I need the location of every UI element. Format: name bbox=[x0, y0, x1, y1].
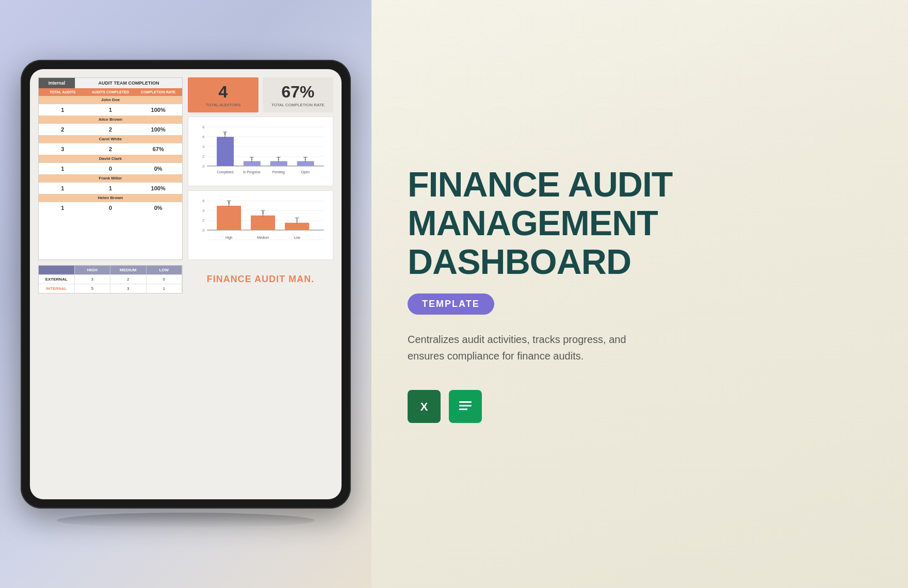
person-total: 1 bbox=[39, 183, 87, 194]
person-data-row: 100% bbox=[39, 202, 182, 214]
svg-text:2: 2 bbox=[202, 218, 204, 223]
priority-table: HIGH MEDIUM LOW EXTERNAL 3 2 0 bbox=[38, 265, 183, 293]
person-completed: 1 bbox=[87, 104, 135, 116]
external-low: 0 bbox=[147, 275, 183, 284]
tablet-screen: Internal AUDIT TEAM COMPLETION TOTAL AUD… bbox=[30, 69, 342, 499]
audit-team-header: AUDIT TEAM COMPLETION bbox=[75, 78, 182, 88]
stat-boxes: 4 TOTAL AUDITORS 67% TOTAL COMPLETION RA… bbox=[188, 77, 333, 112]
person-completed: 2 bbox=[87, 143, 135, 155]
svg-rect-26 bbox=[297, 161, 314, 166]
internal-medium: 3 bbox=[110, 284, 147, 293]
svg-text:Medium: Medium bbox=[257, 236, 269, 239]
dashboard-bottom: HIGH MEDIUM LOW EXTERNAL 3 2 0 bbox=[38, 265, 333, 293]
svg-text:X: X bbox=[420, 400, 428, 413]
person-name-row: Carol White bbox=[39, 135, 182, 143]
person-name-row: Helen Brown bbox=[39, 194, 182, 202]
total-auditors-label: TOTAL AUDITORS bbox=[193, 103, 253, 107]
excel-icon[interactable]: X bbox=[408, 390, 441, 423]
bottom-right: FINANCE AUDIT MAN. bbox=[188, 265, 333, 293]
audit-team-table: Internal AUDIT TEAM COMPLETION TOTAL AUD… bbox=[38, 77, 183, 260]
col-rate-header: COMPLETION RATE bbox=[134, 88, 182, 96]
person-rate: 0% bbox=[134, 163, 182, 174]
right-panel: FINANCE AUDIT MANAGEMENT DASHBOARD TEMPL… bbox=[371, 0, 908, 588]
stats-section: 4 TOTAL AUDITORS 67% TOTAL COMPLETION RA… bbox=[188, 77, 333, 260]
external-label: EXTERNAL bbox=[39, 275, 75, 284]
completion-label: TOTAL COMPLETION RATE bbox=[268, 103, 328, 107]
title-line1: FINANCE AUDIT bbox=[408, 165, 872, 204]
internal-low: 1 bbox=[147, 284, 183, 293]
title-line2: MANAGEMENT bbox=[408, 204, 872, 242]
svg-text:High: High bbox=[225, 236, 233, 240]
internal-label: INTERNAL bbox=[39, 284, 75, 293]
person-rate: 0% bbox=[134, 202, 182, 214]
external-row: EXTERNAL 3 2 0 bbox=[39, 274, 182, 284]
person-data-row: 22100% bbox=[39, 123, 182, 135]
internal-high: 5 bbox=[75, 284, 111, 293]
person-data-row: 11100% bbox=[39, 182, 182, 194]
person-name-row: John Doe bbox=[39, 96, 182, 104]
svg-text:Pending: Pending bbox=[272, 170, 285, 174]
excel-svg: X bbox=[414, 396, 434, 417]
internal-header: Internal bbox=[39, 78, 75, 88]
pt-empty-header bbox=[39, 266, 75, 274]
svg-rect-60 bbox=[459, 405, 472, 406]
person-total: 2 bbox=[39, 124, 87, 135]
person-rate: 100% bbox=[134, 104, 182, 116]
app-icons: X bbox=[408, 390, 872, 423]
person-total: 1 bbox=[39, 104, 87, 116]
external-high: 3 bbox=[75, 275, 111, 284]
title-line3: DASHBOARD bbox=[408, 242, 872, 281]
svg-rect-51 bbox=[285, 223, 309, 230]
person-rate: 100% bbox=[134, 183, 182, 194]
svg-text:0: 0 bbox=[202, 164, 204, 169]
svg-rect-11 bbox=[217, 137, 234, 166]
col-completed-header: AUDITS COMPLETED bbox=[87, 88, 135, 96]
svg-text:Open: Open bbox=[301, 170, 310, 174]
external-medium: 2 bbox=[110, 275, 147, 284]
svg-text:4: 4 bbox=[202, 208, 204, 213]
col-headers: TOTAL AUDITS AUDITS COMPLETED COMPLETION… bbox=[39, 88, 182, 96]
col-total-header: TOTAL AUDITS bbox=[39, 88, 87, 96]
svg-rect-61 bbox=[459, 409, 467, 410]
svg-text:6: 6 bbox=[202, 135, 204, 139]
template-badge: TEMPLATE bbox=[408, 293, 494, 315]
person-rows: John Doe11100%Alice Brown22100%Carol Whi… bbox=[39, 96, 182, 214]
svg-text:0: 0 bbox=[202, 228, 204, 233]
person-total: 3 bbox=[39, 143, 87, 155]
priority-chart-svg: 6 4 2 0 5 bbox=[192, 195, 329, 255]
left-panel: Internal AUDIT TEAM COMPLETION TOTAL AUD… bbox=[0, 0, 371, 588]
right-content: FINANCE AUDIT MANAGEMENT DASHBOARD TEMPL… bbox=[408, 165, 872, 422]
svg-text:6: 6 bbox=[202, 199, 204, 203]
person-rate: 67% bbox=[134, 143, 182, 155]
sheets-icon[interactable] bbox=[449, 390, 482, 423]
svg-text:Completed: Completed bbox=[217, 170, 233, 174]
person-name-row: Frank Miller bbox=[39, 174, 182, 182]
person-data-row: 3267% bbox=[39, 143, 182, 155]
person-name-row: David Clark bbox=[39, 155, 182, 162]
person-completed: 1 bbox=[87, 183, 135, 194]
person-data-row: 11100% bbox=[39, 104, 182, 116]
completion-rate-box: 67% TOTAL COMPLETION RATE bbox=[263, 77, 333, 112]
svg-rect-41 bbox=[217, 206, 241, 230]
svg-text:2: 2 bbox=[202, 154, 204, 159]
completion-pct: 67% bbox=[268, 83, 328, 102]
main-title: FINANCE AUDIT MANAGEMENT DASHBOARD bbox=[408, 165, 872, 281]
svg-text:Low: Low bbox=[294, 236, 300, 239]
pt-medium-header: MEDIUM bbox=[110, 266, 147, 274]
total-auditors-box: 4 TOTAL AUDITORS bbox=[188, 77, 258, 112]
person-data-row: 100% bbox=[39, 162, 182, 174]
person-completed: 0 bbox=[87, 202, 135, 214]
tablet-reflection bbox=[57, 513, 315, 528]
priority-chart: 6 4 2 0 5 bbox=[188, 190, 333, 260]
table-header-row: Internal AUDIT TEAM COMPLETION bbox=[39, 78, 182, 88]
person-rate: 100% bbox=[134, 124, 182, 135]
svg-text:4: 4 bbox=[202, 144, 204, 149]
svg-rect-21 bbox=[270, 161, 287, 166]
person-completed: 0 bbox=[87, 163, 135, 174]
svg-rect-59 bbox=[459, 401, 472, 403]
svg-text:In Progress: In Progress bbox=[243, 170, 261, 174]
person-name-row: Alice Brown bbox=[39, 116, 182, 123]
pt-low-header: LOW bbox=[147, 266, 183, 274]
priority-table-header: HIGH MEDIUM LOW bbox=[39, 266, 182, 274]
tablet-mockup: Internal AUDIT TEAM COMPLETION TOTAL AUD… bbox=[21, 60, 351, 509]
